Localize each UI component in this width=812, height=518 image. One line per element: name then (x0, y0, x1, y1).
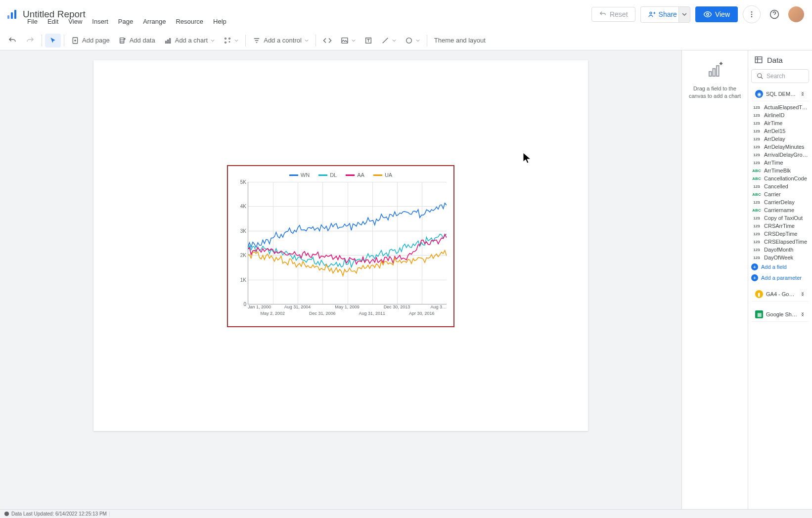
embed-button[interactable] (319, 33, 336, 48)
chevron-down-icon (682, 12, 687, 17)
field-item[interactable]: 123ActualElapsedTime (750, 103, 810, 111)
field-item[interactable]: ABCCarrier (750, 190, 810, 198)
svg-point-6 (751, 14, 753, 15)
line-button[interactable] (377, 34, 400, 47)
view-button[interactable]: View (695, 6, 738, 22)
svg-point-19 (406, 38, 411, 43)
redo-button[interactable] (22, 33, 39, 48)
page-add-icon (71, 37, 79, 44)
menu-edit[interactable]: Edit (43, 16, 63, 27)
datasource-chip[interactable]: ◉ SQL DEMO: faa_fli… (751, 87, 809, 101)
field-item[interactable]: ABCCarriername (750, 206, 810, 214)
bigquery-icon: ◉ (755, 90, 763, 98)
canvas-scroll[interactable]: WN DL AA UA 5K 4K 3K 2K 1K 0 (0, 50, 681, 509)
svg-point-7 (751, 16, 753, 17)
field-item[interactable]: 123ArrTime (750, 159, 810, 167)
add-chart-button[interactable]: Add a chart (160, 34, 219, 47)
field-item[interactable]: 123CRSDepTime (750, 230, 810, 238)
code-icon (323, 36, 332, 45)
field-item[interactable]: 123Copy of TaxiOut (750, 214, 810, 222)
image-button[interactable] (337, 34, 360, 47)
field-item[interactable]: 123ArrivalDelayGroups (750, 151, 810, 159)
menu-file[interactable]: File (23, 16, 42, 27)
image-icon (341, 37, 349, 44)
field-item[interactable]: 123AirTime (750, 119, 810, 127)
menu-arrange[interactable]: Arrange (138, 16, 170, 27)
legend-item: UA (373, 172, 392, 178)
report-canvas[interactable]: WN DL AA UA 5K 4K 3K 2K 1K 0 (93, 60, 588, 431)
shape-button[interactable] (401, 34, 424, 47)
help-button[interactable] (766, 5, 783, 23)
chart-plot-area: 5K 4K 3K 2K 1K 0 (248, 182, 447, 304)
chart-svg (248, 182, 447, 305)
add-data-button[interactable]: Add data (115, 34, 159, 47)
field-list[interactable]: 123ActualElapsedTime123AirlineID123AirTi… (748, 103, 812, 261)
add-data-label: Add data (130, 37, 155, 44)
undo-icon (8, 36, 17, 45)
eye-icon (703, 10, 712, 19)
add-page-label: Add page (82, 37, 110, 44)
field-item[interactable]: 123CarrierDelay (750, 198, 810, 206)
svg-rect-12 (167, 40, 168, 43)
field-item[interactable]: ABCCancellationCode (750, 174, 810, 182)
field-item[interactable]: ABCArrTimeBlk (750, 167, 810, 174)
toolbar: Add page Add data Add a chart Add a cont… (0, 31, 812, 50)
menu-view[interactable]: View (64, 16, 87, 27)
chart-add-icon (706, 61, 724, 79)
chevron-down-icon (352, 39, 356, 43)
add-page-button[interactable]: Add page (67, 34, 114, 47)
field-item[interactable]: 123DayofMonth (750, 246, 810, 254)
reset-button[interactable]: Reset (591, 7, 635, 22)
svg-point-5 (751, 11, 753, 13)
mouse-cursor (522, 152, 533, 168)
field-search[interactable]: Search (751, 69, 809, 83)
chevron-down-icon (211, 39, 215, 43)
field-item[interactable]: 123CRSArrTime (750, 222, 810, 230)
database-add-icon (119, 37, 127, 44)
data-panel-title: Data (767, 56, 783, 64)
redo-icon (26, 36, 35, 45)
datasource-chip-ga4[interactable]: ▮ GA4 - Google Merc… (751, 287, 809, 302)
user-avatar[interactable] (788, 6, 804, 22)
add-field-button[interactable]: +Add a field (748, 261, 812, 272)
theme-layout-button[interactable]: Theme and layout (430, 34, 490, 47)
theme-label: Theme and layout (434, 37, 486, 44)
share-button[interactable]: Share (640, 6, 684, 23)
time-series-chart[interactable]: WN DL AA UA 5K 4K 3K 2K 1K 0 (227, 165, 454, 327)
chart-x-axis: Jan 1, 2000 Aug 31, 2004 May 1, 2009 Dec… (248, 304, 447, 318)
select-tool[interactable] (45, 34, 61, 47)
add-control-button[interactable]: Add a control (249, 34, 313, 47)
undo-icon (599, 10, 607, 18)
share-dropdown[interactable] (678, 6, 690, 23)
datasource-chip-sheets[interactable]: ▦ Google Sheets (751, 307, 809, 322)
help-icon (769, 9, 779, 19)
line-icon (381, 37, 389, 44)
field-item[interactable]: 123ArrDel15 (750, 127, 810, 135)
add-chart-label: Add a chart (175, 37, 208, 44)
field-item[interactable]: 123ArrDelay (750, 135, 810, 143)
reset-label: Reset (610, 10, 628, 18)
menu-help[interactable]: Help (209, 16, 231, 27)
field-item[interactable]: 123DayOfWeek (750, 254, 810, 261)
add-parameter-button[interactable]: +Add a parameter (748, 272, 812, 283)
sheets-icon: ▦ (755, 310, 763, 318)
search-placeholder: Search (767, 73, 785, 80)
community-button[interactable] (220, 34, 242, 47)
undo-button[interactable] (4, 33, 21, 48)
field-item[interactable]: 123CRSElapsedTime (750, 238, 810, 246)
text-button[interactable] (361, 34, 376, 47)
menu-page[interactable]: Page (114, 16, 137, 27)
field-item[interactable]: 123Cancelled (750, 182, 810, 190)
datasource-name: SQL DEMO: faa_fli… (766, 91, 797, 97)
field-item[interactable]: 123ArrDelayMinutes (750, 143, 810, 151)
menu-insert[interactable]: Insert (88, 16, 113, 27)
main-area: WN DL AA UA 5K 4K 3K 2K 1K 0 (0, 50, 812, 509)
field-item[interactable]: 123AirlineID (750, 111, 810, 119)
drop-hint-text: Drag a field to the canvas to add a char… (682, 85, 748, 100)
menu-resource[interactable]: Resource (171, 16, 208, 27)
data-panel-header: Data (748, 50, 812, 69)
chevron-down-icon (416, 39, 420, 43)
drop-field-panel[interactable]: Drag a field to the canvas to add a char… (681, 50, 748, 509)
search-icon (757, 73, 764, 80)
more-button[interactable] (743, 5, 761, 23)
